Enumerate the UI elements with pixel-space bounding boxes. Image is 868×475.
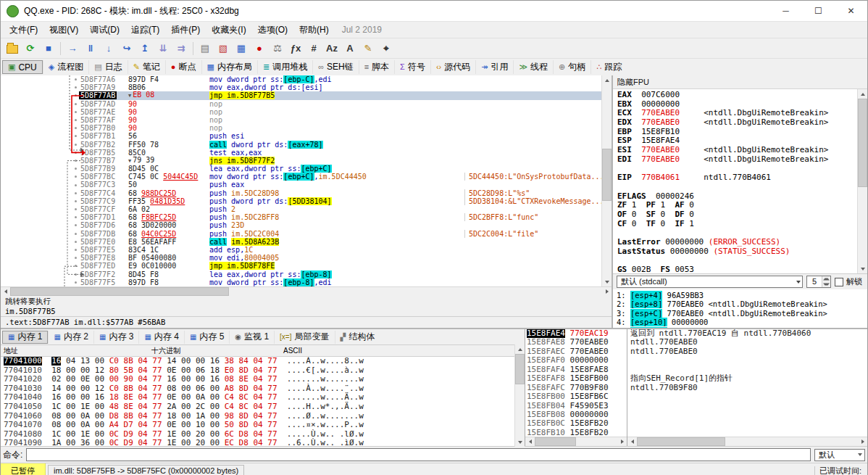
- memory-dump-rows[interactable]: 77041000 16 04 13 00 C0 8B 04 77 14 00 0…: [1, 357, 525, 446]
- scroll-right-icon[interactable]: [602, 287, 612, 297]
- tab-内存 3[interactable]: ▦内存 3: [93, 331, 138, 344]
- tab-内存 2[interactable]: ▦内存 2: [48, 331, 93, 344]
- disasm-instruction-cell[interactable]: push im.5DC2BFF8: [209, 213, 464, 221]
- scroll-thumb[interactable]: [10, 287, 229, 296]
- disasm-row[interactable]: 5D8F77A98B06mov eax,dword ptr ds:[esi]: [1, 83, 612, 91]
- trace-over-button[interactable]: ⇉: [172, 41, 190, 57]
- tab-内存布局[interactable]: ▦内存布局: [201, 60, 257, 74]
- scroll-left-icon[interactable]: [1, 287, 10, 297]
- scroll-up-icon[interactable]: [515, 344, 525, 354]
- log-button[interactable]: ▤: [196, 41, 214, 57]
- disasm-address-cell[interactable]: 5D8F77B7: [80, 157, 128, 165]
- disasm-bytes-cell[interactable]: FF50 78: [128, 141, 209, 149]
- scroll-thumb[interactable]: [515, 354, 525, 384]
- stack-horizontal-scrollbar[interactable]: [525, 437, 627, 446]
- stack-comment[interactable]: [630, 429, 867, 437]
- disasm-address-cell[interactable]: 5D8F77E8: [80, 254, 128, 262]
- tab-SEH链[interactable]: ∞SEH链: [312, 60, 359, 74]
- assemble-button[interactable]: #: [305, 41, 322, 57]
- tab-断点[interactable]: ●断点: [165, 60, 201, 74]
- scroll-down-icon[interactable]: [515, 437, 525, 447]
- register-line[interactable]: EDI 770EABE0 <ntdll.DbgUiRemoteBreakin>: [617, 155, 857, 165]
- stack-comment[interactable]: 返回到 ntdll.770EAC19 自 ntdll.770B4060: [630, 329, 867, 338]
- menu-item[interactable]: 帮助(H): [293, 22, 335, 38]
- open-file-button[interactable]: [4, 41, 21, 57]
- close-button[interactable]: ✕: [835, 1, 867, 21]
- disasm-address-cell[interactable]: 5D8F77A9: [80, 83, 128, 91]
- pause-button[interactable]: ‖: [82, 41, 99, 57]
- tab-流程图[interactable]: ◈流程图: [43, 60, 88, 74]
- calculator-button[interactable]: ƒx: [287, 41, 304, 57]
- string-search-button[interactable]: Az: [323, 41, 341, 57]
- appearance-button[interactable]: ✎: [359, 41, 377, 57]
- stop-button[interactable]: ■: [40, 41, 57, 57]
- disasm-bytes-cell[interactable]: BF 05400080: [128, 254, 209, 262]
- disasm-row[interactable]: 5D8F77C468 988DC25Dpush im.5DC28D985DC28…: [1, 189, 612, 197]
- disasm-row[interactable]: 5D8F77A6897D F4mov dword ptr ss:[ebp-C],…: [1, 75, 612, 83]
- unlock-checkbox-group[interactable]: 解锁: [835, 276, 864, 287]
- tab-笔记[interactable]: ✎笔记: [128, 60, 165, 74]
- registers-view[interactable]: EAX 007C6000EBX 00000000ECX 770EABE0 <nt…: [613, 89, 867, 273]
- disasm-address-cell[interactable]: 5D8F77C4: [80, 189, 128, 197]
- disasm-comment-cell[interactable]: 5DC44450:L"OnSysProtobufData...": [464, 173, 612, 181]
- disassembly-view[interactable]: 5D8F77A6897D F4mov dword ptr ss:[ebp-C],…: [1, 75, 612, 286]
- register-line[interactable]: GS 002B FS 0053: [617, 265, 857, 273]
- memory-map-button[interactable]: ▦: [233, 41, 250, 57]
- disasm-horizontal-scrollbar[interactable]: [1, 286, 612, 296]
- stack-comment[interactable]: 指向SEH_Record[1]的指针: [630, 374, 867, 383]
- disasm-row[interactable]: 5D8F77B156push esi: [1, 132, 612, 140]
- scroll-thumb[interactable]: [535, 437, 576, 446]
- disasm-row[interactable]: 5D8F77D668 3D020000push 23D: [1, 221, 612, 229]
- breakpoints-button[interactable]: ●: [251, 41, 268, 57]
- disasm-instruction-cell[interactable]: test eax,eax: [209, 149, 464, 157]
- stack-comment[interactable]: [630, 419, 867, 428]
- disasm-address-cell[interactable]: 5D8F77C9: [80, 197, 128, 205]
- register-line[interactable]: LastStatus 00000000 (STATUS_SUCCESS): [617, 247, 857, 257]
- disasm-instruction-cell[interactable]: push eax: [209, 181, 464, 189]
- registers-vertical-scrollbar[interactable]: [857, 89, 867, 273]
- tab-内存 1[interactable]: ▦内存 1: [2, 331, 48, 344]
- step-over-button[interactable]: ↪: [118, 41, 135, 57]
- disasm-address-cell[interactable]: 5D8F77AB: [80, 91, 128, 99]
- register-line[interactable]: EIP 770B4061 ntdll.770B4061: [617, 173, 857, 183]
- menu-item[interactable]: 调试(D): [84, 22, 125, 38]
- disasm-instruction-cell[interactable]: nop: [209, 108, 464, 116]
- disasm-bytes-cell[interactable]: 90: [128, 108, 209, 116]
- tab-调用堆栈[interactable]: ≣调用堆栈: [257, 60, 312, 74]
- disasm-row[interactable]: 5D8F77E0E8 56EAFAFFcall im.5D8A623B: [1, 238, 612, 246]
- memory-vertical-scrollbar[interactable]: [514, 344, 525, 447]
- disasm-instruction-cell[interactable]: lea eax,dword ptr ss:[ebp-8]: [209, 270, 464, 278]
- disasm-row[interactable]: 5D8F77AE90nop: [1, 108, 612, 116]
- disasm-bytes-cell[interactable]: C745 0C 5044C45D: [128, 173, 209, 181]
- disasm-address-cell[interactable]: 5D8F77ED: [80, 262, 128, 270]
- disasm-row[interactable]: 5D8F77CF6A 02push 2: [1, 205, 612, 213]
- menu-item[interactable]: 视图(V): [43, 22, 84, 38]
- disasm-bytes-cell[interactable]: 68 3D020000: [128, 221, 209, 229]
- disasm-address-cell[interactable]: 5D8F77DB: [80, 230, 128, 238]
- disasm-address-cell[interactable]: 5D8F77BC: [80, 173, 128, 181]
- calling-convention-select[interactable]: 默认 (stdcall): [617, 276, 803, 288]
- disasm-row[interactable]: 5D8F77C350push eax: [1, 181, 612, 189]
- disasm-bytes-cell[interactable]: 90: [128, 116, 209, 124]
- tab-内存 4[interactable]: ▦内存 4: [138, 331, 183, 344]
- disasm-row[interactable]: 5D8F77F28D45 F8lea eax,dword ptr ss:[ebp…: [1, 270, 612, 278]
- disasm-row[interactable]: 5D8F77AF90nop: [1, 116, 612, 124]
- disasm-row[interactable]: 5D8F77B98D45 0Clea eax,dword ptr ss:[ebp…: [1, 165, 612, 173]
- scroll-left-icon[interactable]: [525, 437, 535, 447]
- scales-button[interactable]: ⚖: [269, 41, 286, 57]
- tab-跟踪[interactable]: ∴跟踪: [591, 60, 627, 74]
- disasm-instruction-cell[interactable]: push esi: [209, 132, 464, 140]
- stack-comment[interactable]: ntdll.770B9F80: [630, 384, 867, 392]
- argument-line[interactable]: 4: [esp+10] 00000000: [617, 318, 867, 326]
- disasm-instruction-cell[interactable]: push dword ptr ds:[5DD38104]: [209, 197, 464, 205]
- disasm-instruction-cell[interactable]: mov edi,80004005: [209, 254, 464, 262]
- unlock-checkbox[interactable]: [835, 278, 843, 286]
- disasm-address-cell[interactable]: 5D8F77D1: [80, 213, 128, 221]
- disasm-bytes-cell[interactable]: 90: [128, 100, 209, 108]
- menu-item[interactable]: 收藏夹(I): [206, 22, 251, 38]
- disasm-bytes-cell[interactable]: E8 56EAFAFF: [128, 238, 209, 246]
- scroll-up-icon[interactable]: [858, 89, 867, 99]
- scroll-right-icon[interactable]: [858, 437, 867, 447]
- search-button[interactable]: ⌖: [377, 41, 395, 57]
- tab-符号[interactable]: Σ符号: [394, 60, 430, 74]
